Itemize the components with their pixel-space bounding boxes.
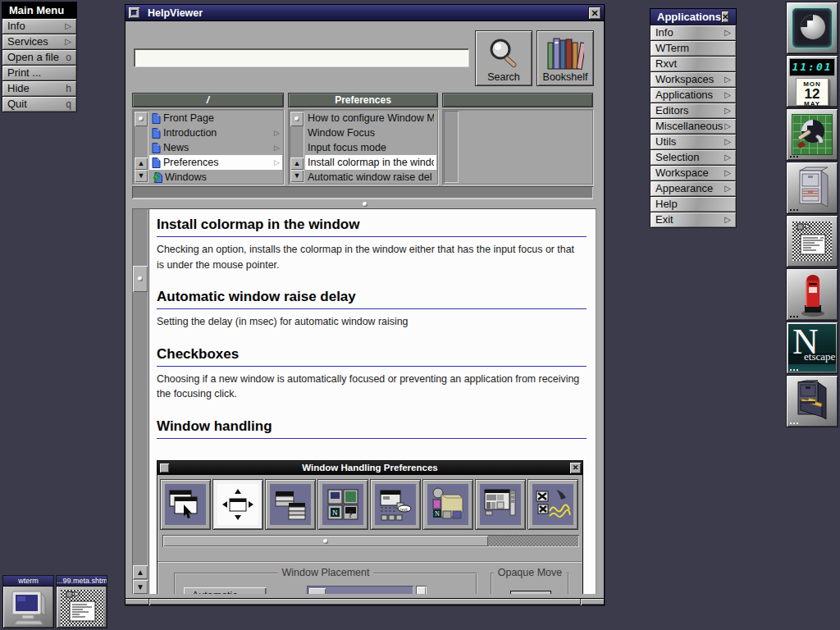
submenu-arrow-icon: ▷ <box>724 181 731 196</box>
search-button[interactable]: Search <box>475 30 532 86</box>
terminal-monitor-icon <box>10 590 48 626</box>
content-scrollbar[interactable]: ▲ ▼ <box>132 208 148 594</box>
main-menu-item-open-a-file[interactable]: Open a file o <box>2 49 77 66</box>
menu-item-label: Miscellaneous <box>655 119 723 134</box>
browser-item-label: Automatic window raise del <box>308 171 434 183</box>
menu-item-label: Exit <box>655 212 673 227</box>
submenu-arrow-icon: ▷ <box>724 103 731 118</box>
column1-scrollbar[interactable]: ▲ ▼ <box>134 111 148 183</box>
close-button[interactable]: ✕ <box>588 7 601 20</box>
window-title: HelpViewer <box>148 7 203 19</box>
browser-item-news[interactable]: News ▷ <box>149 140 282 155</box>
browser-item-preferences-selected[interactable]: Preferences ▷ <box>149 155 282 170</box>
miniwindow-wterm[interactable]: wterm <box>2 575 54 628</box>
apps-item-applications[interactable]: Applications▷ <box>650 87 737 103</box>
submenu-arrow-icon: ▷ <box>724 88 731 103</box>
column1-scroll-knob[interactable] <box>135 112 148 126</box>
main-menu-item-info[interactable]: Info ▷ <box>2 18 77 34</box>
apps-item-workspaces[interactable]: Workspaces▷ <box>650 71 737 88</box>
dock-tile-archive[interactable] <box>786 375 838 427</box>
browser-item-how-to-configure[interactable]: How to configure Window M <box>305 111 436 126</box>
dock-tile-editor[interactable] <box>786 215 838 267</box>
column2-scroll-down[interactable]: ▼ <box>290 170 304 182</box>
browser-item-input-focus-mode[interactable]: Input focus mode <box>305 140 436 155</box>
document-icon <box>152 128 161 139</box>
file-cabinet-icon <box>793 166 833 210</box>
applications-menu-close-icon[interactable]: ✕ <box>721 11 729 23</box>
miniwindow-title: ...99.meta.shtml <box>57 576 107 587</box>
main-menu-item-quit[interactable]: Quit q <box>2 96 77 112</box>
browser-item-label: News <box>163 142 274 153</box>
browser-item-introduction[interactable]: Introduction ▷ <box>149 126 282 140</box>
section-heading-install-colormap: Install colormap in the window <box>157 217 587 237</box>
browser-item-label: Windows <box>165 171 280 183</box>
apps-item-utils[interactable]: Utils▷ <box>650 134 737 150</box>
illustration-hscrollbar <box>162 535 579 547</box>
main-menu-title: Main Menu <box>9 2 64 19</box>
apps-item-help[interactable]: Help <box>650 196 737 212</box>
dock-tile-cabinet[interactable] <box>786 162 838 214</box>
menu-item-label: Selection <box>655 150 699 165</box>
opaque-move-group: Opaque Move <box>491 573 569 594</box>
dock-tile-wmaker[interactable] <box>786 2 838 54</box>
search-input[interactable] <box>134 48 468 66</box>
browser-item-windows[interactable]: Windows <box>149 170 282 185</box>
helpviewer-titlebar[interactable]: HelpViewer ✕ <box>126 5 604 21</box>
pref-icon-menus <box>265 479 316 530</box>
browser-column1: ▲ ▼ Front Page Introduction ▷ News ▷ Pre… <box>132 109 284 185</box>
apps-item-appearance[interactable]: Appearance▷ <box>650 180 737 197</box>
placement-popup-value: Automatic <box>192 590 238 594</box>
main-menu-titlebar[interactable]: Main Menu <box>2 2 77 19</box>
apps-item-info[interactable]: Info▷ <box>650 25 737 41</box>
main-menu-item-hide[interactable]: Hide h <box>2 80 77 97</box>
running-dots-icon <box>790 209 792 211</box>
column1-scroll-up[interactable]: ▲ <box>135 158 148 170</box>
submenu-arrow-icon: ▷ <box>724 166 731 180</box>
content-scroll-knob[interactable] <box>133 266 148 292</box>
resize-bar[interactable] <box>126 598 604 605</box>
browser-item-window-focus[interactable]: Window Focus <box>305 126 436 140</box>
miniwindow-editor[interactable]: ...99.meta.shtml <box>56 575 107 628</box>
browser-item-automatic-window-raise[interactable]: Automatic window raise del <box>305 170 436 185</box>
dock-tile-netscape[interactable]: N etscape <box>786 322 838 374</box>
main-menu-item-services[interactable]: Services ▷ <box>2 34 77 50</box>
apps-item-rxvt[interactable]: Rxvt <box>650 56 737 72</box>
dock-tile-mail[interactable] <box>786 268 838 321</box>
content-scroll-down[interactable]: ▼ <box>133 580 148 594</box>
apps-item-editors[interactable]: Editors▷ <box>650 103 737 119</box>
dock-tile-clock[interactable]: 11:01 MON 12 MAY <box>786 55 838 107</box>
menu-item-label: Info <box>655 25 673 40</box>
browser-item-front-page[interactable]: Front Page <box>149 111 282 126</box>
submenu-arrow-icon: ▷ <box>724 119 731 134</box>
miniwindow-title: wterm <box>3 576 53 587</box>
column2-scrollbar[interactable]: ▲ ▼ <box>290 111 304 183</box>
column3-scrollbar <box>444 111 459 183</box>
column2-scroll-knob[interactable] <box>290 112 304 126</box>
menu-item-label: Info <box>7 19 25 34</box>
apps-item-wterm[interactable]: WTerm <box>650 40 737 57</box>
apps-item-selection[interactable]: Selection▷ <box>650 149 737 166</box>
menu-item-label: Workspace <box>655 166 709 180</box>
menu-item-label: Utils <box>655 135 676 149</box>
column1-scroll-down[interactable]: ▼ <box>135 170 148 182</box>
dock-tile-paint[interactable] <box>786 108 838 161</box>
running-dots-icon <box>790 316 792 317</box>
apps-item-workspace[interactable]: Workspace▷ <box>650 165 737 181</box>
svg-text:?: ? <box>348 510 353 519</box>
bookshelf-button[interactable]: Bookshelf <box>536 30 594 86</box>
apps-item-exit[interactable]: Exit▷ <box>650 212 737 228</box>
illustration-miniaturize-button <box>160 463 169 472</box>
section-heading-raise-delay: Automatic window raise delay <box>157 289 587 309</box>
apps-item-miscellaneous[interactable]: Miscellaneous▷ <box>650 118 737 135</box>
split-divider[interactable] <box>126 200 604 208</box>
column2-scroll-up[interactable]: ▲ <box>290 158 304 170</box>
miniaturize-button[interactable] <box>129 7 139 18</box>
browser-item-install-colormap-selected[interactable]: Install colormap in the windo <box>305 155 436 170</box>
main-menu: Main Menu Info ▷ Services ▷ Open a file … <box>2 2 77 112</box>
browser-horizontal-scrollbar[interactable] <box>132 186 593 199</box>
postbox-icon <box>795 272 831 318</box>
content-scroll-up[interactable]: ▲ <box>133 565 148 579</box>
main-menu-item-print[interactable]: Print ... <box>2 65 77 81</box>
applications-menu-titlebar[interactable]: Applications ✕ <box>650 8 737 25</box>
search-icon <box>486 36 522 72</box>
